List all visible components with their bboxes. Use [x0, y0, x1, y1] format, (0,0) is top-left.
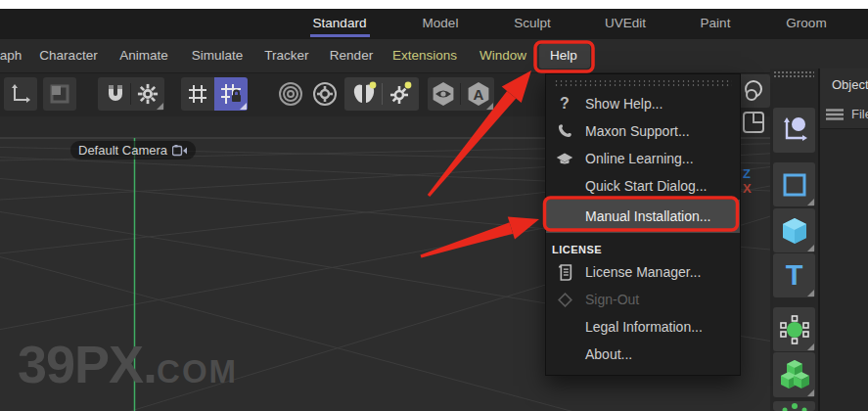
layout-tabbar: Standard Model Sculpt UVEdit Paint Groom: [0, 9, 868, 39]
main-menubar: aph Character Animate Simulate Tracker R…: [0, 39, 868, 72]
text-tool-button[interactable]: T: [773, 253, 815, 297]
rectangle-spline-button[interactable]: [773, 162, 815, 206]
field-object-button[interactable]: [773, 307, 815, 351]
text-t-icon: T: [786, 261, 803, 290]
hamburger-menu-icon[interactable]: [826, 109, 844, 120]
green-dots-icon: [780, 401, 809, 411]
menu-item-label: About...: [585, 346, 632, 362]
object-panel-title: Object: [820, 68, 868, 100]
object-manager-panel: Object File: [818, 68, 868, 411]
menu-item-show-help[interactable]: ? Show Help...: [546, 90, 740, 117]
camera-label[interactable]: Default Camera: [70, 141, 196, 160]
menu-item-online-learning[interactable]: Online Learning...: [546, 145, 740, 172]
menu-item-character[interactable]: Character: [39, 48, 97, 63]
question-mark-icon: ?: [554, 95, 575, 113]
menu-item-sign-out[interactable]: Sign-Out: [546, 286, 740, 313]
tab-groom[interactable]: Groom: [786, 16, 826, 30]
menu-item-about[interactable]: About...: [546, 341, 740, 368]
help-dropdown-menu: ? Show Help... Maxon Support... Online L…: [545, 73, 741, 376]
menu-item-label: Online Learning...: [585, 151, 694, 166]
grid-toggle-button[interactable]: [181, 77, 214, 111]
overlay-eye-hexagon-icon[interactable]: [431, 81, 456, 107]
menu-item-extensions[interactable]: Extensions: [392, 48, 457, 63]
menu-item-label: Quick Start Dialog...: [585, 178, 708, 194]
snap-settings-gear-icon[interactable]: [137, 83, 159, 105]
axis-ball-icon: [780, 115, 809, 145]
tab-model[interactable]: Model: [423, 16, 459, 30]
menu-item-help[interactable]: Help: [550, 48, 577, 63]
tab-uvedit[interactable]: UVEdit: [605, 16, 646, 30]
radial-rings-icon: [278, 81, 303, 107]
workplane-icon: [50, 84, 69, 104]
flyout-corner: [157, 103, 163, 110]
axes-tool-button[interactable]: [4, 77, 37, 111]
radial-gear-button[interactable]: [308, 77, 342, 111]
menu-item-maxon-support[interactable]: Maxon Support...: [546, 117, 740, 145]
svg-text:A: A: [474, 86, 484, 103]
volume-builder-button[interactable]: [773, 352, 815, 397]
tab-standard[interactable]: Standard: [313, 16, 367, 30]
watermark-main: 39PX.: [18, 334, 157, 394]
window-top-strip: [0, 0, 868, 9]
radial-rings-button[interactable]: [274, 77, 307, 111]
menu-item-legal-information[interactable]: Legal Information...: [546, 313, 740, 341]
menu-item-tracker[interactable]: Tracker: [264, 48, 308, 63]
active-tab-underline: [310, 34, 370, 37]
menu-item-label: Manual Installation...: [585, 208, 710, 224]
coordinates-tool-button[interactable]: [773, 108, 815, 153]
grid-lock-button[interactable]: [214, 77, 248, 111]
object-panel-file-menu[interactable]: File: [851, 107, 868, 121]
camera-icon: [172, 145, 188, 157]
sphere-icon: [742, 79, 765, 103]
menu-item-animate[interactable]: Animate: [119, 48, 168, 63]
flyout-corner: [807, 199, 814, 206]
flyout-corner: [807, 343, 814, 350]
layout-window-button[interactable]: [741, 110, 766, 135]
menu-item-simulate[interactable]: Simulate: [192, 48, 244, 63]
menu-item-graph-clipped[interactable]: aph: [0, 48, 22, 63]
symmetry-settings-gear-icon[interactable]: [388, 81, 413, 107]
layout-window-icon: [741, 110, 766, 135]
grid-lock-icon: [220, 83, 242, 105]
menu-item-license-manager[interactable]: License Manager...: [546, 258, 740, 286]
menu-item-render[interactable]: Render: [330, 48, 373, 63]
menu-item-label: Sign-Out: [585, 292, 639, 307]
menu-item-quick-start-dialog[interactable]: Quick Start Dialog...: [546, 172, 740, 200]
tab-paint[interactable]: Paint: [701, 16, 731, 30]
axes-icon: [10, 83, 31, 105]
symmetry-icon[interactable]: [350, 81, 378, 107]
symmetry-tool-group: [344, 77, 419, 111]
grid-icon: [188, 84, 207, 104]
snap-tool-group: [98, 77, 164, 111]
tab-sculpt[interactable]: Sculpt: [514, 16, 551, 30]
gizmo-z-label: Z: [743, 166, 751, 181]
render-sphere-button[interactable]: [737, 74, 770, 108]
menu-tearoff-strip[interactable]: [554, 78, 732, 88]
object-panel-content[interactable]: [820, 129, 868, 411]
phone-icon: [554, 123, 575, 139]
menu-item-window[interactable]: Window: [480, 48, 526, 63]
menu-item-manual-installation[interactable]: Manual Installation...: [546, 200, 740, 233]
green-cubes-icon: [780, 359, 809, 390]
divider: [130, 83, 131, 105]
menu-item-label: License Manager...: [585, 264, 701, 280]
snap-magnet-icon[interactable]: [104, 82, 127, 106]
flyout-corner: [807, 290, 814, 297]
diamond-icon: [554, 293, 575, 307]
cube-primitive-button[interactable]: [773, 208, 815, 252]
menu-item-label: Show Help...: [585, 96, 662, 112]
rectangle-icon: [782, 172, 807, 198]
flyout-corner: [486, 103, 493, 110]
workplane-tool-button[interactable]: [43, 77, 76, 111]
divider: [382, 83, 383, 105]
flyout-corner: [807, 389, 814, 396]
camera-label-text: Default Camera: [78, 143, 167, 158]
divider: [460, 83, 461, 105]
cube-icon: [781, 216, 808, 246]
cloner-button-partial[interactable]: [773, 401, 815, 411]
flyout-corner: [240, 103, 247, 110]
drag-handle-dots[interactable]: [773, 70, 814, 78]
overlay-tool-group: A: [428, 77, 494, 111]
watermark-suffix: COM: [157, 353, 238, 390]
object-panel-menu-row[interactable]: File: [820, 100, 868, 129]
